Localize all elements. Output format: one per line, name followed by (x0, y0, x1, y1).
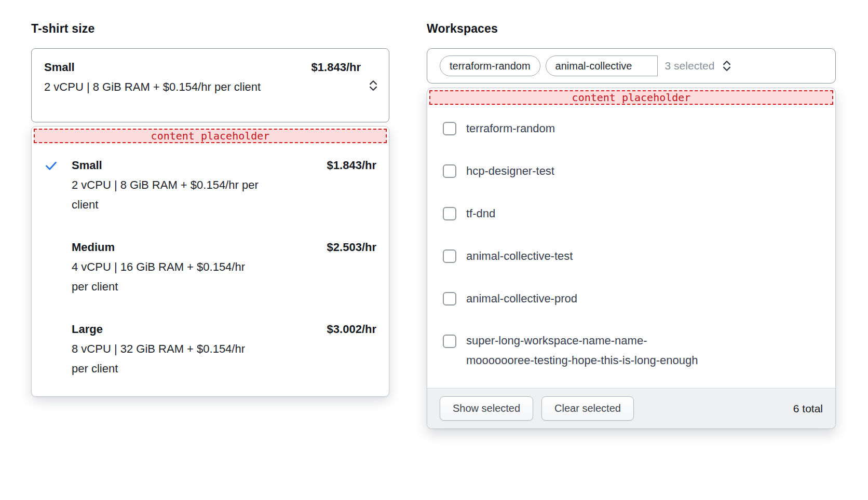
trigger-title-row: Small (44, 58, 358, 77)
workspace-option-label: super-long-workspace-name-name- moooooor… (466, 331, 698, 370)
clear-selected-button[interactable]: Clear selected (541, 396, 634, 421)
workspace-option-tf-dnd[interactable]: tf-dnd (443, 203, 821, 224)
tshirt-size-label: T-shirt size (31, 22, 389, 36)
workspaces-section: Workspaces terraform-random animal-colle… (427, 22, 836, 429)
option-description: 4 vCPU | 16 GiB RAM + $0.154/hr per clie… (72, 257, 259, 297)
checkbox-unchecked[interactable] (443, 122, 456, 135)
tshirt-size-select-trigger[interactable]: Small $1.843/hr 2 vCPU | 8 GiB RAM + $0.… (31, 48, 389, 122)
option-price: $3.002/hr (327, 320, 376, 339)
size-option-large[interactable]: Large 8 vCPU | 32 GiB RAM + $0.154/hr pe… (44, 320, 376, 379)
workspace-option-label-line2: mooooooree-testing-hope-this-is-long-eno… (466, 351, 698, 370)
workspace-option-label: tf-dnd (466, 203, 495, 224)
option-price: $1.843/hr (327, 156, 376, 175)
size-options-list: Small 2 vCPU | 8 GiB RAM + $0.154/hr per… (32, 143, 389, 396)
workspaces-dropdown: content placeholder terraform-random hcp… (427, 88, 836, 429)
option-title: Large (72, 320, 327, 339)
workspace-option-label: animal-collective-prod (466, 288, 577, 309)
workspace-option-label: terraform-random (466, 118, 555, 139)
selected-count-text: 3 selected (665, 60, 715, 72)
workspaces-label: Workspaces (427, 22, 836, 36)
option-title: Small (72, 156, 327, 175)
content-placeholder-banner: content placeholder (34, 129, 387, 143)
workspace-option-terraform-random[interactable]: terraform-random (443, 118, 821, 139)
option-description: 2 vCPU | 8 GiB RAM + $0.154/hr per clien… (72, 175, 259, 215)
workspace-option-animal-collective-test[interactable]: animal-collective-test (443, 246, 821, 267)
option-content: Large 8 vCPU | 32 GiB RAM + $0.154/hr pe… (72, 320, 327, 379)
show-selected-button[interactable]: Show selected (440, 396, 533, 421)
selected-size-title: Small (44, 58, 75, 77)
workspace-option-super-long-name[interactable]: super-long-workspace-name-name- moooooor… (443, 331, 821, 370)
total-count-text: 6 total (793, 402, 823, 415)
option-content: Medium 4 vCPU | 16 GiB RAM + $0.154/hr p… (72, 238, 327, 297)
page: T-shirt size Small $1.843/hr 2 vCPU | 8 … (0, 0, 868, 429)
checkbox-unchecked[interactable] (443, 164, 456, 178)
checkbox-unchecked[interactable] (443, 207, 456, 220)
workspaces-multiselect-trigger[interactable]: terraform-random animal-collective 3 sel… (427, 48, 836, 84)
checkbox-unchecked[interactable] (443, 292, 456, 305)
checkbox-unchecked[interactable] (443, 335, 456, 348)
option-title: Medium (72, 238, 327, 257)
checkbox-unchecked[interactable] (443, 249, 456, 263)
selected-size-price: $1.843/hr (311, 58, 361, 77)
size-option-medium[interactable]: Medium 4 vCPU | 16 GiB RAM + $0.154/hr p… (44, 238, 376, 297)
chevron-updown-icon (721, 59, 733, 73)
size-option-small[interactable]: Small 2 vCPU | 8 GiB RAM + $0.154/hr per… (44, 156, 376, 215)
check-icon (44, 156, 72, 173)
chevron-updown-icon (367, 78, 379, 93)
tshirt-size-dropdown: content placeholder Small 2 vCPU | 8 GiB… (31, 126, 389, 397)
workspace-option-label-line1: super-long-workspace-name-name- (466, 331, 698, 351)
check-spacer (44, 238, 72, 241)
option-description: 8 vCPU | 32 GiB RAM + $0.154/hr per clie… (72, 339, 259, 379)
tshirt-size-section: T-shirt size Small $1.843/hr 2 vCPU | 8 … (31, 22, 389, 397)
workspaces-options-list: terraform-random hcp-designer-test tf-dn… (427, 105, 835, 388)
option-price: $2.503/hr (327, 238, 376, 257)
check-spacer (44, 320, 72, 323)
workspaces-dropdown-footer: Show selected Clear selected 6 total (427, 388, 835, 428)
tag-terraform-random[interactable]: terraform-random (440, 55, 540, 76)
workspace-option-hcp-designer-test[interactable]: hcp-designer-test (443, 161, 821, 182)
option-content: Small 2 vCPU | 8 GiB RAM + $0.154/hr per… (72, 156, 327, 215)
tag-animal-collective[interactable]: animal-collective (546, 55, 658, 76)
workspace-option-animal-collective-prod[interactable]: animal-collective-prod (443, 288, 821, 309)
workspace-option-label: hcp-designer-test (466, 161, 554, 182)
selected-size-description: 2 vCPU | 8 GiB RAM + $0.154/hr per clien… (44, 77, 293, 97)
workspace-option-label: animal-collective-test (466, 246, 573, 267)
content-placeholder-banner: content placeholder (429, 90, 833, 105)
